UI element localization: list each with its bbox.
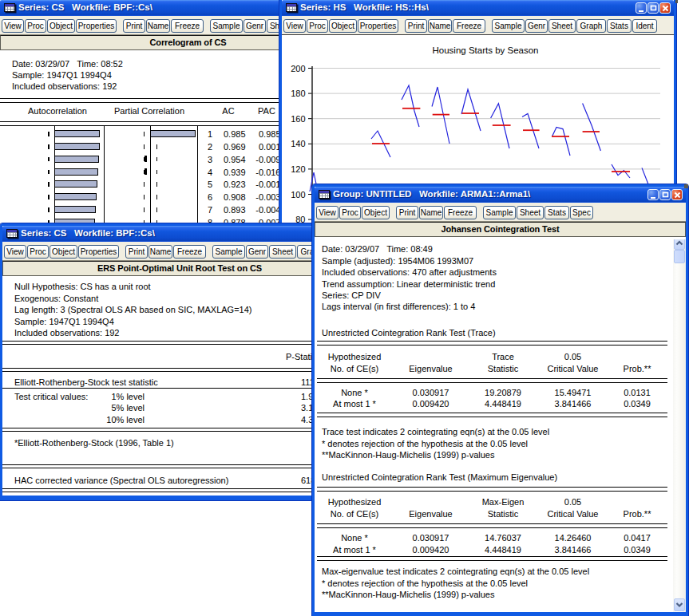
svg-text:Housing Starts by Season: Housing Starts by Season [433,45,539,55]
svg-text:140: 140 [291,139,305,148]
svg-text:200: 200 [291,64,305,73]
svg-text:180: 180 [291,89,305,98]
svg-text:100: 100 [291,190,305,199]
svg-text:120: 120 [291,164,305,174]
svg-text:160: 160 [291,114,305,124]
